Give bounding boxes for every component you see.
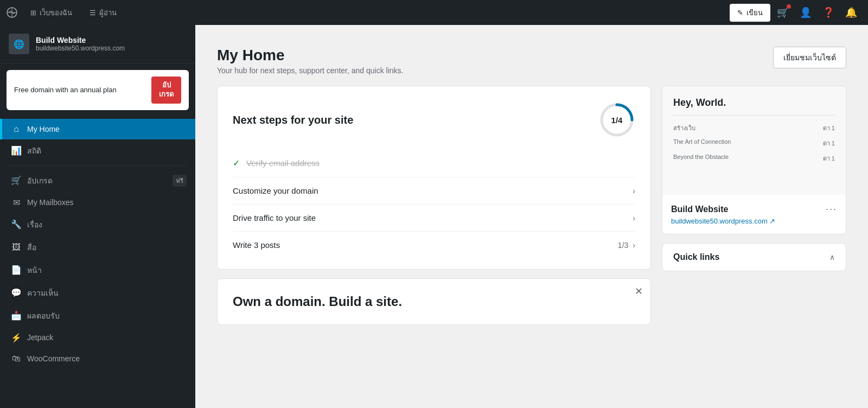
progress-ring: 1/4 (598, 101, 635, 138)
chevron-icon-domain: › (633, 187, 635, 195)
page-subtitle: Your hub for next steps, support center,… (217, 66, 403, 75)
sidebar-item-upgrade[interactable]: 🛒อัปเกรดฟรี (0, 169, 195, 192)
media-icon: 🖼 (11, 243, 22, 252)
site-details: Build Website buildwebsite50.wordpress.c… (36, 36, 125, 52)
cart-button[interactable]: 🛒 (773, 3, 793, 22)
own-domain-title: Own a domain. Build a site. (233, 294, 635, 309)
site-preview-card: Hey, World. สร้างเว็บดา 1 The Art of Con… (662, 86, 846, 234)
mailboxes-label: My Mailboxes (27, 198, 74, 207)
next-steps-card: Next steps for your site 1/4 (217, 86, 651, 270)
page-header: My Home Your hub for next steps, support… (217, 47, 846, 75)
sidebar-item-pages[interactable]: 📄หน้า (0, 259, 195, 282)
page-header-text: My Home Your hub for next steps, support… (217, 47, 403, 75)
stats-icon: 📊 (11, 145, 22, 156)
site-info-name: Build Website (671, 205, 729, 214)
nav-divider (9, 165, 187, 166)
sidebar-item-tools[interactable]: 🔧เรื่อง (0, 213, 195, 236)
help-button[interactable]: ❓ (818, 3, 839, 22)
page-title: My Home (217, 47, 403, 64)
site-url: buildwebsite50.wordpress.com (36, 44, 125, 52)
right-sidebar: Hey, World. สร้างเว็บดา 1 The Art of Con… (662, 86, 846, 386)
step-customize-domain[interactable]: Customize your domain › (233, 177, 635, 204)
site-more-button[interactable]: ··· (826, 203, 837, 215)
tools-label: เรื่อง (27, 219, 42, 231)
topbar-right: ✎ เขียน 🛒 👤 ❓ 🔔 (730, 3, 861, 22)
quick-links-card: Quick links ∧ (662, 243, 846, 271)
profile-button[interactable]: 👤 (795, 3, 816, 22)
quick-links-chevron-icon: ∧ (829, 253, 835, 262)
site-info-header: 🌐 Build Website buildwebsite50.wordpress… (0, 25, 195, 63)
cart-badge (787, 4, 791, 9)
my-home-icon: ⌂ (11, 124, 22, 134)
sidebar-item-stats[interactable]: 📊สถิติ (0, 139, 195, 162)
sidebar-item-comments[interactable]: 💬ความเห็น (0, 282, 195, 304)
preview-post-2: The Art of Connectionดา 1 (673, 137, 835, 149)
stats-label: สถิติ (27, 145, 41, 157)
visit-site-button[interactable]: เยี่ยมชมเว็บไซต์ (773, 47, 846, 68)
sidebar-item-mailboxes[interactable]: ✉My Mailboxes (0, 192, 195, 213)
preview-post-1: สร้างเว็บดา 1 (673, 122, 835, 134)
step-label-verify: Verify email address (246, 158, 320, 168)
sidebar-item-woocommerce[interactable]: 🛍WooCommerce (0, 348, 195, 369)
tools-icon: 🔧 (11, 219, 22, 229)
step-verify-email[interactable]: ✓ Verify email address (233, 149, 635, 177)
site-info-url: buildwebsite50.wordpress.com ↗ (671, 217, 837, 225)
step-drive-traffic[interactable]: Drive traffic to your site › (233, 204, 635, 231)
step-label-domain: Customize your domain (233, 186, 318, 195)
notifications-button[interactable]: 🔔 (841, 3, 861, 22)
upgrade-button[interactable]: อัปเกรด (151, 76, 181, 104)
write-icon: ✎ (737, 9, 743, 17)
main-content: My Home Your hub for next steps, support… (195, 25, 868, 408)
upgrade-banner: Free domain with an annual plan อัปเกรด (7, 70, 189, 110)
preview-post-3: Beyond the Obstacleดา 1 (673, 152, 835, 164)
jetpack-icon: ⚡ (11, 333, 22, 343)
next-steps-header: Next steps for your site 1/4 (233, 101, 635, 138)
mailboxes-icon: ✉ (11, 197, 22, 208)
chevron-icon-traffic: › (633, 214, 635, 222)
pages-icon: 📄 (11, 265, 22, 275)
comments-icon: 💬 (11, 288, 22, 298)
step-label-posts: Write 3 posts (233, 240, 280, 250)
subscribers-icon: 📩 (11, 310, 22, 321)
pages-label: หน้า (27, 264, 42, 276)
sidebar-item-my-home[interactable]: ⌂My Home (0, 119, 195, 139)
next-steps-title: Next steps for your site (233, 114, 353, 126)
write-button[interactable]: ✎ เขียน (730, 4, 770, 22)
grid-icon: ⊞ (30, 9, 36, 17)
site-name: Build Website (36, 36, 125, 44)
reader-link[interactable]: ☰ ผู้อ่าน (85, 5, 121, 21)
layout: 🌐 Build Website buildwebsite50.wordpress… (0, 25, 868, 408)
sidebar-item-subscribers[interactable]: 📩ผลตอบรับ (0, 304, 195, 327)
own-domain-banner: ✕ Own a domain. Build a site. (217, 278, 651, 325)
quick-links-title: Quick links (673, 252, 719, 262)
site-icon: 🌐 (9, 34, 29, 54)
content-grid: Next steps for your site 1/4 (217, 86, 846, 386)
sidebar-item-media[interactable]: 🖼สื่อ (0, 236, 195, 259)
step-write-posts[interactable]: Write 3 posts 1/3 › (233, 231, 635, 258)
my-sites-link[interactable]: ⊞ เว็บของฉัน (26, 5, 76, 21)
woocommerce-label: WooCommerce (27, 354, 80, 363)
upgrade-label: อัปเกรด (27, 175, 53, 187)
close-banner-button[interactable]: ✕ (635, 285, 643, 297)
sidebar-item-jetpack[interactable]: ⚡Jetpack (0, 327, 195, 348)
upgrade-badge: ฟรี (173, 175, 187, 187)
wp-logo[interactable] (7, 7, 17, 18)
media-label: สื่อ (27, 241, 36, 253)
upgrade-banner-text: Free domain with an annual plan (14, 85, 117, 95)
site-info-section: Build Website ··· buildwebsite50.wordpre… (662, 195, 846, 234)
topbar: ⊞ เว็บของฉัน ☰ ผู้อ่าน ✎ เขียน 🛒 👤 ❓ 🔔 (0, 0, 868, 25)
upgrade-icon: 🛒 (11, 175, 22, 186)
left-column: Next steps for your site 1/4 (217, 86, 651, 386)
my-home-label: My Home (27, 125, 60, 133)
woocommerce-icon: 🛍 (11, 354, 22, 364)
sidebar: 🌐 Build Website buildwebsite50.wordpress… (0, 25, 195, 408)
posts-progress: 1/3 (618, 241, 628, 250)
chevron-icon-posts: › (633, 241, 635, 250)
check-icon-verify: ✓ (233, 158, 240, 168)
step-label-traffic: Drive traffic to your site (233, 213, 316, 222)
progress-text: 1/4 (611, 116, 623, 125)
preview-divider (673, 115, 835, 116)
quick-links-header[interactable]: Quick links ∧ (662, 244, 846, 271)
preview-hey: Hey, World. (673, 97, 835, 109)
site-preview-inner: Hey, World. สร้างเว็บดา 1 The Art of Con… (662, 86, 846, 195)
